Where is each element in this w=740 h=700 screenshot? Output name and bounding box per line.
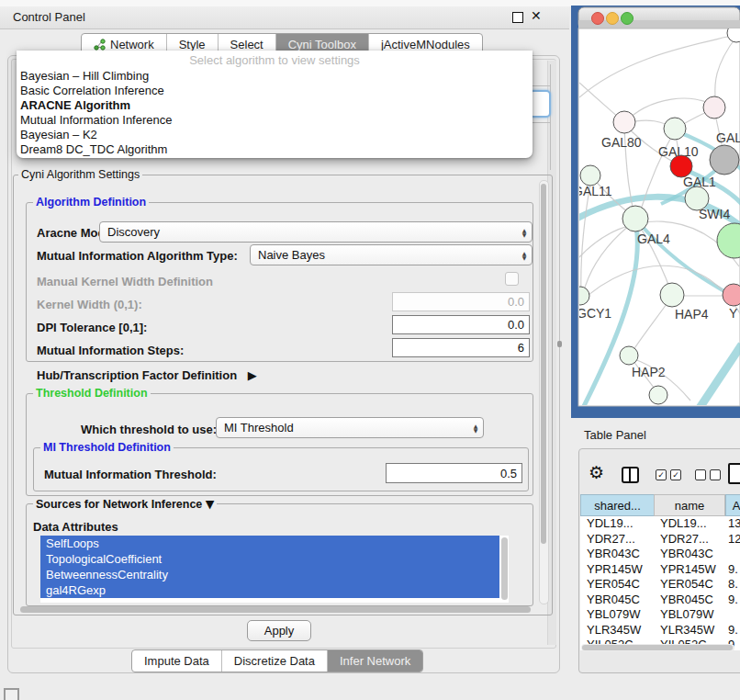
settings-scrollbar-track[interactable] bbox=[539, 180, 549, 604]
manual-kernel-width-label: Manual Kernel Width Definition bbox=[37, 275, 213, 288]
data-attributes-list: SelfLoops TopologicalCoefficient Between… bbox=[40, 536, 509, 603]
control-panel-titlebar bbox=[0, 6, 569, 29]
collapsed-panel-icon[interactable] bbox=[4, 688, 19, 700]
expand-arrow-icon[interactable]: ▶ bbox=[248, 368, 257, 382]
table-row[interactable]: YBL079WYBL079W bbox=[580, 607, 740, 623]
zoom-traffic-icon[interactable] bbox=[622, 13, 633, 25]
network-icon bbox=[94, 39, 106, 51]
network-node-label: GCY1 bbox=[577, 306, 611, 321]
threshold-definition-title: Threshold Definition bbox=[33, 387, 151, 400]
manual-kernel-width-checkbox[interactable] bbox=[505, 272, 519, 286]
algorithm-option[interactable]: Basic Correlation Inference bbox=[17, 84, 533, 98]
network-node[interactable] bbox=[649, 386, 667, 404]
kernel-width-label: Kernel Width (0,1): bbox=[37, 298, 142, 311]
tab-network-label: Network bbox=[110, 38, 154, 51]
table-row[interactable]: YPR145WYPR145W9. bbox=[580, 562, 740, 578]
dpi-tolerance-label: DPI Tolerance [0,1]: bbox=[37, 321, 147, 334]
table-row[interactable]: YDR27...YDR27...12 bbox=[580, 532, 740, 548]
table-row[interactable]: YBR045CYBR045C9. bbox=[580, 593, 740, 608]
bottom-tabbar: Impute Data Discretize Data Infer Networ… bbox=[131, 649, 423, 672]
which-threshold-combobox[interactable]: MI Threshold ▲▼ bbox=[216, 417, 484, 438]
attribute-item[interactable]: gal4RGexp bbox=[40, 582, 499, 598]
settings-hscrollbar-thumb[interactable] bbox=[20, 606, 531, 613]
aracne-mode-combobox[interactable]: Discovery ▲▼ bbox=[99, 221, 533, 243]
network-node[interactable] bbox=[580, 165, 600, 186]
algorithm-placeholder: Select algorithm to view settings bbox=[17, 51, 533, 69]
gear-icon[interactable]: ⚙ bbox=[589, 462, 604, 482]
settings-group-title: Cyni Algorithm Settings bbox=[18, 168, 142, 181]
table-row[interactable]: YBR043CYBR043C bbox=[580, 547, 740, 562]
app-root: { "control_panel": { "title": "Control P… bbox=[0, 0, 740, 700]
hidden-groupbox-edge bbox=[550, 64, 551, 170]
mi-threshold-label: Mutual Information Threshold: bbox=[44, 468, 217, 481]
hidden-groupbox-edge bbox=[533, 85, 550, 86]
attribute-item[interactable]: BetweennessCentrality bbox=[40, 567, 499, 582]
split-view-icon[interactable] bbox=[622, 467, 639, 483]
tab-impute-data[interactable]: Impute Data bbox=[132, 650, 221, 672]
network-node[interactable] bbox=[710, 145, 739, 175]
algorithm-option-selected[interactable]: ARACNE Algorithm bbox=[17, 98, 533, 113]
tab-discretize-data[interactable]: Discretize Data bbox=[221, 650, 327, 672]
which-threshold-label: Which threshold to use: bbox=[81, 423, 217, 436]
algorithm-option[interactable]: Bayesian – K2 bbox=[17, 128, 533, 142]
column-header-name[interactable]: name bbox=[654, 494, 725, 516]
collapse-arrow-icon[interactable]: ▼ bbox=[206, 497, 215, 511]
column-header-shared[interactable]: shared... bbox=[580, 494, 655, 516]
checked-checkbox-icon[interactable]: ✓ bbox=[670, 469, 681, 480]
network-node[interactable] bbox=[613, 111, 635, 133]
algorithm-option[interactable]: Bayesian – Hill Climbing bbox=[17, 69, 533, 84]
apply-button[interactable]: Apply bbox=[247, 620, 311, 641]
settings-hscrollbar-track[interactable] bbox=[18, 605, 536, 614]
mi-algorithm-type-label: Mutual Information Algorithm Type: bbox=[37, 249, 238, 263]
minimize-traffic-icon[interactable] bbox=[607, 13, 619, 25]
network-node[interactable] bbox=[622, 206, 648, 231]
splitter-handle[interactable] bbox=[557, 341, 562, 347]
attributes-scrollbar-thumb[interactable] bbox=[501, 537, 508, 600]
algorithm-dropdown-popup: Select algorithm to view settings Bayesi… bbox=[17, 51, 533, 158]
table-hscrollbar-track[interactable] bbox=[581, 644, 734, 651]
sources-group-title[interactable]: Sources for Network Inference ▼ bbox=[33, 497, 217, 511]
network-node-label: HAP2 bbox=[632, 365, 666, 379]
stepper-arrows-icon: ▲▼ bbox=[517, 251, 532, 260]
top-strip bbox=[571, 0, 740, 6]
network-node[interactable] bbox=[660, 283, 684, 307]
unchecked-checkbox-icon[interactable] bbox=[710, 469, 721, 480]
table-hscrollbar-thumb[interactable] bbox=[582, 645, 733, 650]
table-rows: YDL19...YDL19...13 YDR27...YDR27...12 YB… bbox=[580, 516, 740, 650]
network-node-label: GAL80 bbox=[601, 135, 642, 150]
close-icon[interactable]: ✕ bbox=[531, 8, 542, 23]
algorithm-option[interactable]: Dream8 DC_TDC Algorithm bbox=[17, 142, 533, 157]
mi-threshold-group-title: MI Threshold Definition bbox=[40, 441, 174, 454]
table-row[interactable]: YDL19...YDL19...13 bbox=[580, 516, 740, 532]
close-traffic-icon[interactable] bbox=[592, 13, 604, 25]
network-node-label: GAL4 bbox=[637, 231, 670, 246]
mi-threshold-field[interactable]: 0.5 bbox=[386, 463, 522, 483]
network-node[interactable] bbox=[620, 346, 638, 365]
unchecked-checkbox-icon[interactable] bbox=[695, 469, 706, 480]
network-node[interactable] bbox=[703, 96, 725, 119]
settings-scrollbar-thumb[interactable] bbox=[541, 184, 546, 544]
mi-steps-field[interactable]: 6 bbox=[392, 338, 530, 357]
table-row[interactable]: YLR345WYLR345W9. bbox=[580, 623, 740, 638]
network-node-label: Y bbox=[729, 306, 738, 321]
mi-algorithm-type-combobox[interactable]: Naive Bayes ▲▼ bbox=[250, 244, 533, 265]
attributes-scrollbar-track[interactable] bbox=[500, 536, 509, 602]
network-node[interactable] bbox=[723, 284, 740, 306]
column-header-partial[interactable]: A bbox=[725, 494, 740, 516]
stepper-arrows-icon: ▲▼ bbox=[468, 423, 483, 433]
table-row[interactable]: YER054CYER054C8. bbox=[580, 577, 740, 593]
data-attributes-label: Data Attributes bbox=[33, 520, 118, 534]
checked-checkbox-icon[interactable]: ✓ bbox=[656, 469, 667, 480]
hub-definition-expander[interactable]: Hub/Transcription Factor Definition ▶ bbox=[37, 368, 257, 382]
network-node[interactable] bbox=[664, 118, 686, 140]
hidden-groupbox-edge bbox=[533, 122, 550, 123]
file-icon[interactable] bbox=[728, 463, 740, 484]
mi-steps-label: Mutual Information Steps: bbox=[37, 344, 184, 357]
attribute-item[interactable]: TopologicalCoefficient bbox=[40, 551, 499, 567]
attribute-item[interactable]: SelfLoops bbox=[40, 536, 499, 551]
tab-infer-network[interactable]: Infer Network bbox=[327, 650, 422, 672]
float-window-icon[interactable] bbox=[512, 12, 523, 23]
algorithm-option[interactable]: Mutual Information Inference bbox=[17, 113, 533, 128]
dpi-tolerance-field[interactable]: 0.0 bbox=[392, 315, 530, 334]
kernel-width-field[interactable]: 0.0 bbox=[392, 292, 530, 311]
